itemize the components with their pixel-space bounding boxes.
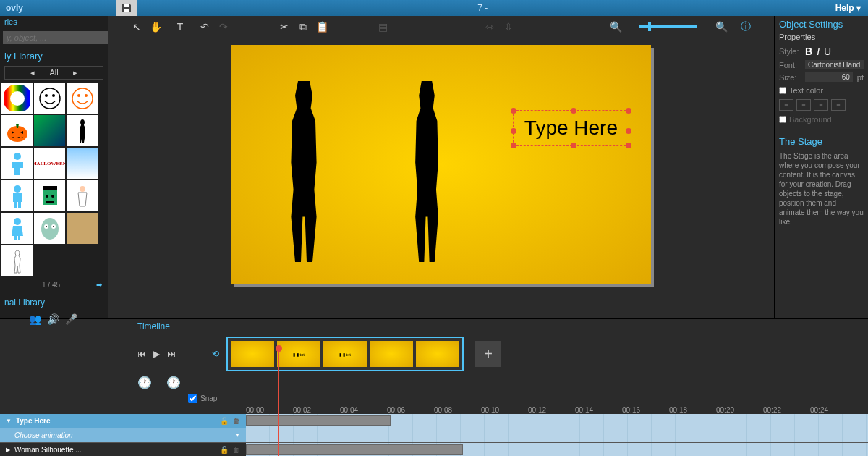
hand-tool[interactable]: ✋ (149, 20, 162, 33)
align-center-button[interactable]: ≡ (796, 99, 811, 111)
svg-rect-16 (43, 186, 57, 190)
svg-point-26 (46, 226, 47, 227)
panel-title: Object Settings (779, 19, 864, 30)
mic-icon[interactable]: 🎤 (65, 313, 77, 325)
underline-button[interactable]: U (824, 46, 831, 57)
align-right-button[interactable]: ≡ (814, 99, 828, 111)
lib-item-zombie[interactable] (34, 213, 65, 244)
sidebar-tab[interactable]: ries (0, 16, 108, 28)
zoom-in-button[interactable]: 🔍 (715, 20, 728, 33)
sound-icon[interactable]: 🔊 (47, 313, 59, 325)
background-checkbox[interactable] (779, 116, 786, 123)
help-link[interactable]: Help ▾ (828, 3, 868, 13)
font-select[interactable]: Cartoonist Hand (805, 60, 864, 69)
keyframe-1[interactable] (231, 341, 274, 367)
personal-library-title[interactable]: nal Library (0, 292, 108, 311)
svg-rect-1 (124, 9, 129, 12)
zoom-slider[interactable] (639, 25, 697, 28)
svg-point-3 (40, 88, 60, 109)
lib-item-woman-sil[interactable] (67, 115, 98, 146)
keyframe-2[interactable]: ▮ ▮ txt (277, 341, 320, 367)
lib-item-halloween[interactable]: HALLOWEEN (34, 148, 65, 179)
lib-item-girl-icon[interactable] (1, 213, 33, 244)
lib-item-blue-grad[interactable] (67, 148, 98, 179)
svg-rect-0 (124, 4, 129, 7)
align-button[interactable]: ▤ (376, 20, 389, 33)
size-input[interactable]: 60 (805, 72, 853, 82)
svg-point-4 (45, 94, 48, 97)
lib-item-smiley[interactable] (34, 83, 65, 114)
zoom-out-button[interactable]: 🔍 (609, 20, 622, 33)
bold-button[interactable]: B (805, 46, 812, 57)
delete-icon[interactable]: 🗑 (233, 417, 240, 425)
align-justify-button[interactable]: ≡ (831, 99, 846, 111)
text-tool[interactable]: T (174, 20, 187, 33)
svg-point-5 (52, 94, 55, 97)
time-ruler[interactable]: 00:0000:0200:04 00:0600:0800:10 00:1200:… (0, 406, 868, 414)
lib-item-gradient[interactable] (34, 115, 65, 146)
woman-silhouette-2[interactable] (401, 81, 453, 262)
rewind-button[interactable]: ⏮ (137, 349, 146, 359)
timeline-panel: Timeline ⏮ ▶ ⏭ ⟲ ▮ ▮ txt ▮ ▮ txt + 🕐 🕐 S… (0, 318, 868, 456)
paste-button[interactable]: 📋 (315, 20, 328, 33)
svg-point-7 (77, 94, 80, 97)
lib-item-woman-outline[interactable] (1, 245, 33, 276)
search-input[interactable] (3, 31, 111, 44)
woman-silhouette-1[interactable] (275, 81, 333, 262)
stage[interactable]: Type Here (231, 45, 651, 284)
lib-item-texture[interactable] (67, 213, 98, 244)
lock-icon[interactable]: 🔓 (220, 417, 229, 425)
svg-point-2 (7, 88, 28, 109)
lib-item-person-blue[interactable] (1, 148, 33, 179)
lib-item-pumpkin[interactable] (1, 115, 33, 146)
lib-item-frankenstein[interactable] (34, 180, 65, 211)
lib-item-smiley-orange[interactable] (67, 83, 98, 114)
svg-point-17 (46, 195, 48, 198)
lock-icon[interactable]: 🔓 (220, 446, 229, 454)
track-choose-animation[interactable]: Choose animation▼ (0, 428, 246, 442)
svg-rect-22 (18, 236, 20, 240)
forward-button[interactable]: ⏭ (167, 349, 176, 359)
users-icon[interactable]: 👥 (29, 313, 41, 325)
app-logo: ovly (0, 3, 29, 13)
add-keyframe-button[interactable]: + (475, 341, 501, 367)
library-title: ly Library (0, 48, 108, 64)
library-filter[interactable]: ◂All▸ (4, 66, 103, 80)
svg-point-20 (14, 218, 21, 225)
stage-help-text: The Stage is the area where you compose … (779, 151, 864, 227)
keyframe-strip: ▮ ▮ txt ▮ ▮ txt (226, 337, 464, 371)
text-object[interactable]: Type Here (513, 110, 629, 146)
track-type-here[interactable]: ▼Type Here 🔓 🗑 (0, 414, 246, 428)
keyframe-3[interactable]: ▮ ▮ txt (323, 341, 367, 367)
svg-point-19 (80, 186, 85, 192)
redo-button[interactable]: ↷ (217, 20, 230, 33)
lib-item-person-icon[interactable] (1, 180, 33, 211)
align-left-button[interactable]: ≡ (779, 99, 793, 111)
info-icon[interactable]: ⓘ (739, 20, 752, 33)
keyframe-5[interactable] (416, 341, 459, 367)
background-label: Background (789, 115, 832, 124)
next-page-icon[interactable]: ➡ (96, 281, 102, 289)
cut-button[interactable]: ✂ (278, 20, 291, 33)
undo-button[interactable]: ↶ (198, 20, 211, 33)
clock-icon: 🕐 (137, 376, 152, 389)
delete-icon[interactable]: 🗑 (233, 446, 240, 454)
playhead[interactable] (278, 345, 279, 456)
canvas-area: ↖ ✋ T ↶ ↷ ✂ ⧉ 📋 ▤ ⇿ ⇳ 🔍 (109, 16, 774, 318)
svg-rect-13 (14, 202, 17, 208)
snap-checkbox[interactable] (188, 394, 197, 403)
track-woman-sil[interactable]: ▶Woman Silhouette ... 🔓 🗑 (0, 443, 246, 456)
lib-item-colorwheel[interactable] (1, 83, 33, 114)
arrange-h-icon[interactable]: ⇿ (483, 20, 496, 33)
pointer-tool[interactable]: ↖ (130, 20, 143, 33)
loop-button[interactable]: ⟲ (212, 349, 219, 359)
text-color-checkbox[interactable] (779, 87, 786, 94)
italic-button[interactable]: I (817, 46, 820, 57)
arrange-v-icon[interactable]: ⇳ (502, 20, 515, 33)
play-button[interactable]: ▶ (153, 349, 160, 359)
save-button[interactable] (116, 0, 137, 16)
tracks-area: ▼Type Here 🔓 🗑 Choose animation▼ ▶Woman … (0, 414, 868, 456)
copy-button[interactable]: ⧉ (297, 20, 310, 33)
keyframe-4[interactable] (370, 341, 413, 367)
lib-item-nurse[interactable] (67, 180, 98, 211)
